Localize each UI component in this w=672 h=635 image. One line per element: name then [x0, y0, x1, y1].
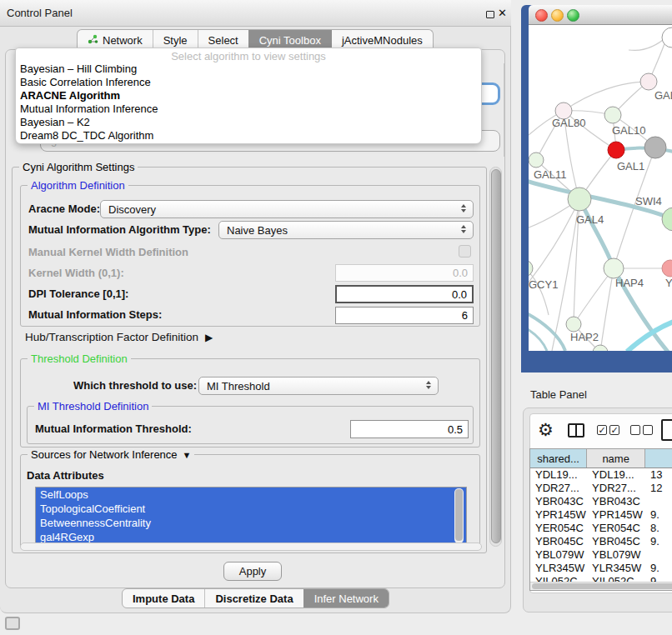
gear-icon[interactable]: ⚙: [538, 420, 554, 440]
table-cell[interactable]: YDL19...: [530, 468, 587, 482]
table-cell[interactable]: [645, 495, 672, 508]
table-cell[interactable]: YBR045C: [530, 535, 587, 548]
table-cell[interactable]: YBR045C: [587, 535, 645, 548]
algorithm-option[interactable]: Mutual Information Inference: [16, 102, 481, 116]
column-header[interactable]: name: [587, 449, 645, 468]
table-cell[interactable]: YLR345W: [530, 562, 587, 575]
network-node-node-gray[interactable]: [644, 137, 666, 158]
table-cell[interactable]: 12: [645, 482, 672, 495]
network-node-GAL11[interactable]: [529, 152, 544, 168]
dpi-tolerance-field[interactable]: [335, 285, 474, 303]
settings-vscrollbar-thumb[interactable]: [491, 169, 501, 543]
float-window-icon[interactable]: [486, 11, 494, 18]
attributes-scrollbar-thumb[interactable]: [455, 489, 463, 541]
table-cell[interactable]: 13: [645, 468, 672, 482]
table-cell[interactable]: YIL052C: [530, 575, 587, 582]
kernel-width-field[interactable]: [335, 264, 474, 282]
select-all-check-icon[interactable]: ✓: [597, 425, 607, 435]
table-cell[interactable]: YPR145W: [530, 508, 587, 522]
table-row[interactable]: YDR27...YDR27...12: [530, 482, 672, 495]
table-row[interactable]: YBL079WYBL079W: [530, 548, 672, 562]
deselect-box-icon[interactable]: [643, 425, 653, 435]
table-cell[interactable]: YPR145W: [587, 508, 645, 522]
table-cell[interactable]: YDR27...: [530, 482, 587, 495]
attribute-item[interactable]: SelfLoops: [36, 488, 466, 502]
network-node-GCY1[interactable]: [529, 260, 533, 277]
aracne-mode-combo[interactable]: Discovery: [100, 200, 474, 218]
table-row[interactable]: YPR145WYPR145W9.: [530, 508, 672, 522]
table-cell[interactable]: YBL079W: [587, 548, 645, 562]
table-row[interactable]: YIL052CYIL052C9: [530, 575, 672, 582]
table-row[interactable]: YBR043CYBR043C: [530, 495, 672, 508]
algorithm-option[interactable]: Bayesian – K2: [16, 116, 481, 129]
attribute-item[interactable]: BetweennessCentrality: [36, 516, 466, 530]
table-cell[interactable]: YBL079W: [530, 548, 587, 562]
zoom-traffic-light-icon[interactable]: [567, 9, 579, 22]
network-edge-highlighted: [529, 327, 547, 351]
network-node-GAL4[interactable]: [568, 188, 591, 211]
close-traffic-light-icon[interactable]: [535, 9, 548, 22]
mi-steps-field[interactable]: [335, 307, 474, 324]
table-cell[interactable]: [645, 548, 672, 562]
columns-icon[interactable]: [568, 423, 584, 438]
table-cell[interactable]: YIL052C: [587, 575, 645, 582]
deselect-box-icon[interactable]: [630, 425, 640, 435]
function-builder-icon[interactable]: [661, 419, 672, 441]
network-node-node-pink[interactable]: [640, 73, 657, 90]
table-cell[interactable]: YBR043C: [587, 495, 645, 508]
algorithm-option[interactable]: Dream8 DC_TDC Algorithm: [16, 129, 481, 142]
control-panel: Control Panel ✕ NetworkStyleSelectCyni T…: [0, 0, 511, 613]
table-row[interactable]: YLR345WYLR345W9.: [530, 562, 672, 575]
sources-title[interactable]: Sources for Network Inference▼: [28, 448, 194, 461]
table-cell[interactable]: 9: [645, 575, 672, 582]
table-cell[interactable]: YDL19...: [587, 468, 645, 482]
network-window-titlebar[interactable]: [529, 5, 672, 25]
select-all-check-icon[interactable]: ✓: [609, 425, 619, 435]
table-cell[interactable]: 8.: [645, 522, 672, 535]
algorithm-option[interactable]: ARACNE Algorithm: [16, 89, 481, 102]
table-cell[interactable]: YER054C: [530, 522, 587, 535]
hub-section-toggle[interactable]: Hub/Transcription Factor Definition▶: [25, 331, 213, 343]
network-node-node-bottom-partial[interactable]: [593, 345, 608, 351]
algorithm-option[interactable]: Basic Correlation Inference: [16, 76, 481, 89]
apply-button[interactable]: Apply: [223, 562, 282, 581]
network-node-node-top-partial[interactable]: [662, 28, 672, 48]
table-cell[interactable]: YER054C: [587, 522, 645, 535]
table-cell[interactable]: YLR345W: [587, 562, 645, 575]
control-panel-title: Control Panel: [7, 7, 73, 19]
table-row[interactable]: YDL19...YDL19...13: [530, 468, 672, 482]
settings-hscrollbar[interactable]: [20, 542, 482, 551]
column-header[interactable]: [645, 449, 672, 468]
table-row[interactable]: YBR045CYBR045C9.: [530, 535, 672, 548]
table-cell[interactable]: YDR27...: [587, 482, 645, 495]
manual-kernel-checkbox[interactable]: [459, 245, 471, 258]
table-cell[interactable]: 9.: [645, 508, 672, 522]
table-cell[interactable]: 9.: [645, 562, 672, 575]
mi-algorithm-type-combo[interactable]: Naive Bayes: [218, 221, 474, 239]
network-node-GAL1[interactable]: [608, 142, 624, 158]
network-canvas[interactable]: GALGAL80GAL10GAL1GAL11SWI4GAL4GCY1HAP4YH…: [529, 25, 672, 351]
minimize-traffic-light-icon[interactable]: [551, 9, 564, 22]
groupbox-border-fragment: [504, 63, 504, 157]
network-node-GAL10[interactable]: [604, 107, 621, 123]
table-cell[interactable]: YBR043C: [530, 495, 587, 508]
which-threshold-combo[interactable]: MI Threshold: [198, 377, 439, 395]
table-row[interactable]: YER054CYER054C8.: [530, 522, 672, 535]
network-node-HAP2[interactable]: [566, 317, 581, 332]
tab-discretize-data[interactable]: Discretize Data: [204, 589, 303, 608]
close-icon[interactable]: ✕: [498, 7, 507, 19]
network-node-HAP4[interactable]: [604, 258, 624, 278]
table-hscrollbar[interactable]: [530, 582, 672, 591]
network-node-SWI4[interactable]: [662, 208, 672, 231]
node-label: SWI4: [635, 195, 662, 208]
mi-threshold-field[interactable]: [350, 420, 469, 438]
algorithm-option[interactable]: Bayesian – Hill Climbing: [16, 62, 481, 76]
tab-impute-data[interactable]: Impute Data: [123, 589, 204, 608]
column-header[interactable]: shared...: [530, 449, 587, 468]
table-cell[interactable]: 9.: [645, 535, 672, 548]
attribute-item[interactable]: TopologicalCoefficient: [36, 502, 466, 516]
tab-infer-network[interactable]: Infer Network: [303, 589, 389, 608]
network-node-node-salmon[interactable]: [662, 260, 672, 277]
table-hscrollbar-thumb[interactable]: [532, 583, 672, 589]
restore-panel-icon[interactable]: [5, 617, 20, 630]
